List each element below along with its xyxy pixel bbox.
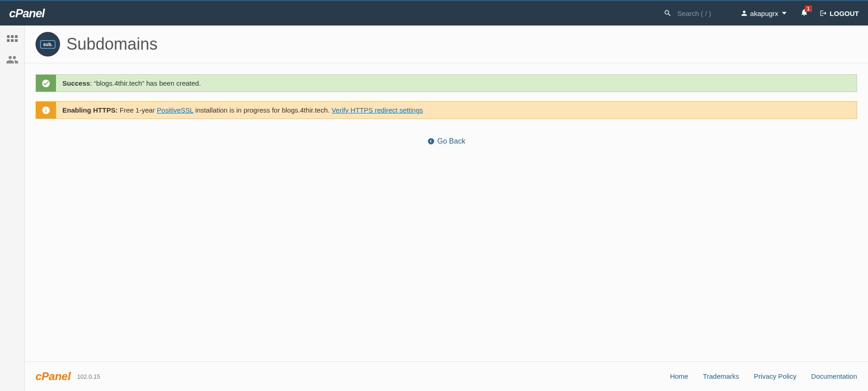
- footer-trademarks-link[interactable]: Trademarks: [703, 372, 739, 380]
- success-alert-icon-wrap: [36, 75, 56, 92]
- footer-documentation-link[interactable]: Documentation: [811, 372, 857, 380]
- footer-cpanel-logo[interactable]: cPanel: [36, 370, 71, 383]
- success-alert-body: Success: “blogs.4thir.tech” has been cre…: [56, 75, 857, 92]
- verify-https-link[interactable]: Verify HTTPS redirect settings: [331, 106, 423, 114]
- positivessl-link[interactable]: PositiveSSL: [157, 106, 193, 114]
- user-icon: [741, 10, 747, 16]
- footer-privacy-link[interactable]: Privacy Policy: [754, 372, 796, 380]
- info-alert: Enabling HTTPS: Free 1-year PositiveSSL …: [36, 101, 857, 119]
- info-msg-before: Free 1-year: [118, 106, 157, 114]
- search-wrap: [664, 9, 727, 17]
- search-input[interactable]: [677, 10, 727, 17]
- footer-version: 102.0.15: [77, 373, 100, 380]
- go-back-wrap: Go Back: [36, 137, 857, 147]
- svg-rect-0: [7, 35, 10, 38]
- main-content: sub. Subdomains Success: “blogs.4thir.te…: [25, 26, 868, 391]
- info-msg-after: installation is in progress for blogs.4t…: [193, 106, 332, 114]
- notifications-button[interactable]: 1: [800, 8, 808, 18]
- logout-button[interactable]: LOGOUT: [820, 10, 859, 17]
- footer: cPanel 102.0.15 Home Trademarks Privacy …: [25, 361, 868, 391]
- svg-rect-5: [15, 39, 17, 42]
- success-label: Success: [62, 79, 90, 87]
- footer-links: Home Trademarks Privacy Policy Documenta…: [657, 372, 857, 381]
- sub-label: sub.: [40, 40, 56, 49]
- page-header: sub. Subdomains: [25, 26, 868, 63]
- info-label: Enabling HTTPS:: [62, 106, 118, 114]
- go-back-link[interactable]: Go Back: [427, 137, 465, 145]
- sidebar-apps-button[interactable]: [0, 31, 24, 50]
- subdomains-page-icon: sub.: [36, 32, 60, 57]
- user-name: akapugrx: [750, 10, 778, 17]
- cpanel-logo[interactable]: cPanel: [9, 6, 45, 21]
- info-alert-body: Enabling HTTPS: Free 1-year PositiveSSL …: [56, 102, 857, 118]
- logout-icon: [820, 10, 827, 17]
- footer-home-link[interactable]: Home: [670, 372, 688, 380]
- success-message: : “blogs.4thir.tech” has been created.: [90, 79, 201, 87]
- search-icon: [664, 9, 672, 17]
- svg-rect-4: [11, 39, 14, 42]
- success-alert: Success: “blogs.4thir.tech” has been cre…: [36, 74, 857, 92]
- user-menu[interactable]: akapugrx: [741, 10, 787, 17]
- page-title: Subdomains: [66, 35, 157, 54]
- go-back-label: Go Back: [437, 137, 465, 145]
- arrow-left-circle-icon: [427, 138, 435, 145]
- grid-icon: [6, 34, 19, 47]
- svg-rect-1: [11, 35, 14, 38]
- sidebar: [0, 26, 25, 391]
- info-circle-icon: [41, 106, 51, 115]
- svg-rect-2: [15, 35, 17, 38]
- sidebar-users-button[interactable]: [0, 50, 24, 69]
- check-circle-icon: [41, 79, 51, 88]
- svg-rect-3: [7, 39, 10, 42]
- notification-badge: 1: [805, 5, 812, 12]
- caret-down-icon: [782, 12, 787, 15]
- top-header: cPanel akapugrx 1 LOGOUT: [0, 0, 868, 26]
- users-icon: [6, 53, 19, 66]
- logout-label: LOGOUT: [830, 10, 859, 17]
- info-alert-icon-wrap: [36, 102, 56, 118]
